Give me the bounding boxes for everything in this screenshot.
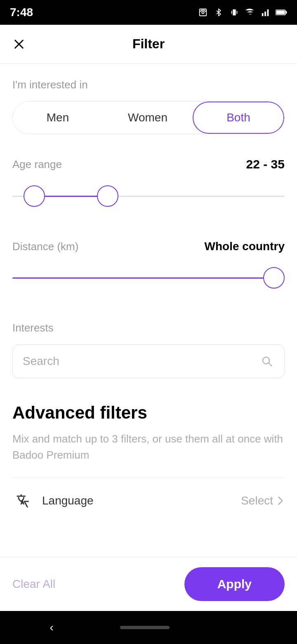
age-range-value: 22 - 35 — [246, 157, 285, 171]
interests-label: Interests — [12, 322, 285, 334]
svg-rect-7 — [267, 9, 269, 16]
advanced-filters-title: Advanced filters — [12, 403, 285, 423]
age-slider-thumb-right[interactable] — [97, 185, 118, 207]
gender-men-button[interactable]: Men — [13, 102, 103, 134]
age-range-section: Age range 22 - 35 — [12, 142, 285, 225]
status-icons — [197, 7, 287, 18]
language-filter-row[interactable]: Language Select — [12, 478, 285, 523]
gender-both-button[interactable]: Both — [193, 102, 284, 134]
distance-slider-thumb[interactable] — [263, 267, 285, 289]
page-title: Filter — [132, 36, 165, 52]
distance-slider-fill — [12, 277, 274, 279]
age-range-slider[interactable] — [12, 184, 285, 208]
svg-rect-10 — [276, 11, 285, 14]
language-icon — [12, 490, 34, 511]
distance-slider[interactable] — [12, 265, 285, 290]
signal-icon — [260, 7, 271, 18]
language-label: Language — [42, 494, 241, 507]
interests-search-box[interactable]: Search — [12, 344, 285, 378]
gender-section: I'm interested in Men Women Both — [12, 64, 285, 142]
age-range-label: Age range — [12, 158, 62, 171]
gender-selector: Men Women Both — [12, 101, 285, 134]
age-range-header: Age range 22 - 35 — [12, 157, 285, 171]
nav-bar: ‹ — [0, 611, 297, 644]
photo-icon — [197, 7, 209, 18]
advanced-filters-section: Advanced filters Mix and match up to 3 f… — [12, 386, 285, 531]
wifi-icon — [244, 7, 256, 18]
age-slider-thumb-left[interactable] — [24, 185, 45, 207]
search-icon — [259, 354, 274, 369]
svg-rect-3 — [231, 11, 232, 14]
battery-icon — [276, 7, 287, 18]
vibrate-icon — [229, 7, 240, 18]
language-value: Select — [241, 494, 273, 507]
svg-rect-4 — [237, 11, 238, 14]
close-button[interactable] — [10, 35, 28, 53]
distance-label: Distance (km) — [12, 240, 78, 253]
gender-label: I'm interested in — [12, 78, 285, 91]
search-placeholder: Search — [23, 355, 259, 368]
home-indicator[interactable] — [120, 626, 170, 629]
back-button[interactable]: ‹ — [50, 621, 53, 634]
advanced-filters-desc: Mix and match up to 3 filters, or use th… — [12, 431, 285, 463]
status-time: 7:48 — [10, 6, 33, 19]
svg-rect-2 — [233, 9, 236, 16]
svg-rect-6 — [264, 12, 266, 16]
language-chevron-icon — [276, 497, 285, 505]
distance-value: Whole country — [205, 240, 285, 253]
status-bar: 7:48 — [0, 0, 297, 25]
distance-header: Distance (km) Whole country — [12, 240, 285, 253]
apply-button[interactable]: Apply — [184, 567, 285, 601]
svg-rect-5 — [262, 13, 264, 16]
filter-header: Filter — [0, 25, 297, 64]
filter-content: I'm interested in Men Women Both Age ran… — [0, 64, 297, 557]
bluetooth-icon — [213, 7, 224, 18]
clear-all-button[interactable]: Clear All — [12, 578, 55, 591]
bottom-bar: Clear All Apply — [0, 557, 297, 611]
interests-section: Interests Search — [12, 307, 285, 386]
distance-section: Distance (km) Whole country — [12, 225, 285, 307]
gender-women-button[interactable]: Women — [103, 102, 193, 134]
svg-line-14 — [269, 363, 271, 366]
svg-rect-9 — [286, 11, 287, 14]
svg-point-1 — [202, 11, 204, 14]
